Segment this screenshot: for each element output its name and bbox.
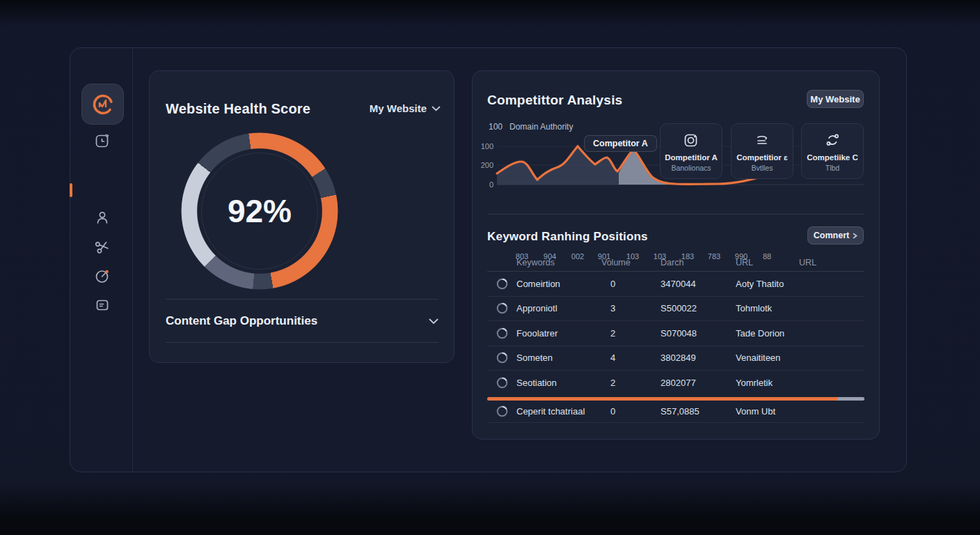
sidebar xyxy=(70,48,133,472)
url-cell: Vonm Ubt xyxy=(736,406,799,417)
keyword-cell: Fooolatrer xyxy=(516,328,601,339)
competitor-card-a[interactable]: Dompetitior A Banolionacs xyxy=(660,123,722,179)
volume-cell: 2 xyxy=(601,328,660,339)
keyword-cell: Someten xyxy=(516,352,601,363)
user-icon xyxy=(94,209,111,226)
competitor-sub: Banolionacs xyxy=(671,164,711,172)
health-score-gauge: 92% xyxy=(181,132,338,290)
connect-button-label: Comnert xyxy=(814,231,849,240)
keyword-cell: Ceperit tchatriaal xyxy=(516,406,601,417)
legend-left-value: 100 xyxy=(489,122,503,132)
competitor-card-c[interactable]: Competiike C Tlbd xyxy=(801,123,864,179)
camera-icon xyxy=(682,131,700,149)
volume-cell: 0 xyxy=(601,406,660,417)
status-ring-icon xyxy=(487,278,516,290)
keyword-progress-fill xyxy=(487,397,838,401)
gauge-icon xyxy=(94,268,111,284)
health-score-value: 92% xyxy=(181,132,338,290)
health-card-title: Website Health Score xyxy=(166,101,310,117)
competitor-card-b[interactable]: Competitior ɛ Bvtlles xyxy=(731,123,793,179)
chevron-down-icon xyxy=(429,318,438,325)
col-search: Darch xyxy=(660,258,736,268)
competitor-sub: Bvtlles xyxy=(752,164,773,172)
volume-cell: 4 xyxy=(601,352,660,363)
divider xyxy=(487,214,864,215)
y-axis-tick: 0 xyxy=(475,180,493,189)
keyword-cell: Comeirtion xyxy=(516,279,601,289)
table-row[interactable]: Someten 4 3802849 Venaititeen xyxy=(487,346,864,371)
table-row[interactable]: Approniotl 3 S500022 Tohmlotk xyxy=(487,297,864,322)
connect-button[interactable]: Comnert xyxy=(807,226,864,245)
my-website-button[interactable]: My Website xyxy=(807,90,864,108)
search-cell: S57,0885 xyxy=(660,406,736,417)
table-row[interactable]: Seotiation 2 2802077 Yomrletik xyxy=(487,371,864,396)
competitor-analysis-card: Competittor Analysis My Website 100 Doma… xyxy=(472,70,880,440)
search-cell: 3802849 xyxy=(660,352,736,363)
sliders-icon xyxy=(753,131,771,149)
search-cell: S500022 xyxy=(660,303,736,313)
url-cell: Yomrletik xyxy=(736,378,799,388)
table-row[interactable]: Fooolatrer 2 S070048 Tade Dorion xyxy=(487,321,864,346)
status-ring-icon xyxy=(487,302,516,314)
scissors-icon xyxy=(94,238,111,255)
keyword-table: Keywords Volume Darch URL URL Comeirtion… xyxy=(487,254,864,423)
site-selector-value: My Website xyxy=(370,102,427,114)
sidebar-item-performance[interactable] xyxy=(94,268,111,284)
competitor-name: Competiike C xyxy=(807,153,858,162)
volume-cell: 0 xyxy=(601,279,660,289)
col-volume: Volume xyxy=(601,258,660,268)
sidebar-item-split[interactable] xyxy=(94,238,111,255)
search-cell: 2802077 xyxy=(660,378,736,388)
content-gap-label: Content Gap Opportunities xyxy=(166,314,317,328)
cycle-icon xyxy=(823,131,841,149)
keyword-section-title: Keyword Ranhing Positions xyxy=(487,230,648,244)
logo-icon xyxy=(91,93,115,116)
volume-cell: 3 xyxy=(601,303,660,313)
url-cell: Tohmlotk xyxy=(736,303,799,313)
table-row[interactable]: Ceperit tchatriaal 0 S57,0885 Vonm Ubt xyxy=(487,401,864,423)
status-ring-icon xyxy=(487,405,516,417)
keyword-progress-bar xyxy=(487,397,864,401)
competitor-name: Dompetitior A xyxy=(665,153,718,162)
chevron-right-icon xyxy=(853,233,858,239)
chart-tooltip: Competitor A xyxy=(584,135,657,152)
sidebar-item-history[interactable] xyxy=(94,132,111,149)
my-website-button-label: My Website xyxy=(810,94,860,104)
website-health-card: Website Health Score My Website 92% Cont… xyxy=(149,70,455,363)
competitor-sub: Tlbd xyxy=(825,164,839,172)
table-row[interactable]: Comeirtion 0 3470044 Aoty Thatito xyxy=(487,272,864,297)
content-gap-toggle[interactable]: Content Gap Opportunities xyxy=(166,313,438,329)
status-ring-icon xyxy=(487,377,516,389)
search-cell: 3470044 xyxy=(660,279,736,289)
url-cell: Aoty Thatito xyxy=(736,279,799,289)
status-ring-icon xyxy=(487,327,516,339)
competitor-name: Competitior ɛ xyxy=(736,153,787,162)
competitor-card-title: Competittor Analysis xyxy=(487,93,622,108)
status-ring-icon xyxy=(487,352,516,364)
sidebar-item-reports[interactable] xyxy=(94,297,111,313)
keyword-cell: Seotiation xyxy=(516,378,601,388)
table-header: Keywords Volume Darch URL URL xyxy=(487,254,864,272)
dashboard-panel: Website Health Score My Website 92% Cont… xyxy=(70,47,907,472)
sidebar-active-indicator xyxy=(70,183,72,197)
app-logo[interactable] xyxy=(81,84,124,125)
keyword-cell: Approniotl xyxy=(516,303,601,313)
note-icon xyxy=(94,297,111,313)
volume-cell: 2 xyxy=(601,378,660,388)
col-keywords: Keywords xyxy=(516,258,601,268)
url-cell: Venaititeen xyxy=(736,352,799,363)
sidebar-item-users[interactable] xyxy=(94,209,111,226)
y-axis-tick: 100 xyxy=(475,142,493,150)
url-cell: Tade Dorion xyxy=(736,328,799,339)
divider xyxy=(166,299,438,300)
site-selector-dropdown[interactable]: My Website xyxy=(370,102,441,114)
y-axis-tick: 200 xyxy=(475,161,493,169)
search-cell: S070048 xyxy=(660,328,736,339)
legend-left-label: Domain Authority xyxy=(509,122,573,132)
divider xyxy=(166,342,438,343)
col-url: URL xyxy=(736,258,799,268)
chevron-down-icon xyxy=(432,106,441,111)
clock-icon xyxy=(94,132,111,149)
col-url-2: URL xyxy=(799,258,864,268)
